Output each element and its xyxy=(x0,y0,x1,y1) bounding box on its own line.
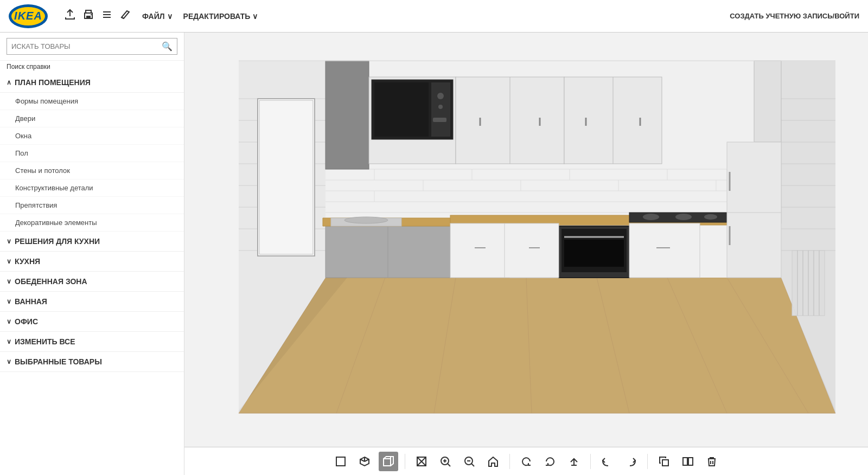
sidebar-item-obstacles[interactable]: Препятствия xyxy=(0,197,184,214)
zoom-fit-button[interactable] xyxy=(412,452,431,471)
section-kitchen-solutions-label: РЕШЕНИЯ ДЛЯ КУХНИ xyxy=(15,237,100,246)
section-kitchen[interactable]: ∨ КУХНЯ xyxy=(0,252,184,272)
svg-rect-123 xyxy=(683,458,687,465)
svg-point-87 xyxy=(643,214,659,220)
sidebar-item-walls[interactable]: Стены и потолок xyxy=(0,162,184,179)
3d-perspective-button[interactable] xyxy=(355,452,374,471)
header: IKEA xyxy=(0,0,868,33)
kitchen-3d-scene: Non xyxy=(184,33,868,447)
svg-rect-50 xyxy=(259,100,313,254)
svg-rect-55 xyxy=(431,82,450,137)
section-bathroom-label: ВАННАЯ xyxy=(15,297,47,306)
svg-rect-124 xyxy=(688,458,693,465)
section-dining-label: ОБЕДЕННАЯ ЗОНА xyxy=(15,277,87,286)
sidebar-item-decorative[interactable]: Декоративные элементы xyxy=(0,214,184,232)
menu-items: ФАЙЛ ∨ РЕДАКТИРОВАТЬ ∨ xyxy=(142,12,258,21)
section-plan-header[interactable]: ∧ ПЛАН ПОМЕЩЕНИЯ xyxy=(0,73,184,93)
svg-point-2 xyxy=(91,14,92,15)
search-input[interactable] xyxy=(11,42,162,50)
delete-button[interactable] xyxy=(702,452,722,471)
search-box[interactable]: 🔍 xyxy=(7,38,177,55)
help-link[interactable]: Поиск справки xyxy=(0,61,184,73)
separator-3 xyxy=(590,454,591,469)
section-change-all[interactable]: ∨ ИЗМЕНИТЬ ВСЕ xyxy=(0,332,184,352)
menu-edit[interactable]: РЕДАКТИРОВАТЬ ∨ xyxy=(183,12,258,21)
change-all-arrow-icon: ∨ xyxy=(7,338,11,345)
svg-line-107 xyxy=(360,459,365,461)
selected-arrow-icon: ∨ xyxy=(7,358,11,365)
svg-line-108 xyxy=(365,459,369,461)
section-selected[interactable]: ∨ ВЫБРАННЫЕ ТОВАРЫ xyxy=(0,352,184,372)
svg-line-120 xyxy=(471,464,474,466)
canvas-area[interactable]: Non xyxy=(184,33,868,447)
zoom-in-button[interactable] xyxy=(436,452,455,471)
separator-2 xyxy=(509,454,510,469)
reset-view-button[interactable] xyxy=(483,452,503,471)
svg-line-6 xyxy=(122,17,124,18)
sidebar-item-room-shapes[interactable]: Формы помещения xyxy=(0,93,184,110)
edit-icon[interactable] xyxy=(119,9,131,23)
unfold-button[interactable] xyxy=(678,452,698,471)
bathroom-arrow-icon: ∨ xyxy=(7,298,11,305)
rotate-right-button[interactable] xyxy=(621,452,641,471)
section-bathroom[interactable]: ∨ ВАННАЯ xyxy=(0,292,184,312)
bottom-toolbar xyxy=(184,447,868,475)
svg-rect-79 xyxy=(564,240,624,267)
ikea-logo-text: IKEA xyxy=(14,10,42,22)
account-button[interactable]: СОЗДАТЬ УЧЕТНУЮ ЗАПИСЬ/ВОЙТИ xyxy=(730,12,859,20)
office-arrow-icon: ∨ xyxy=(7,318,11,325)
redo-button[interactable] xyxy=(564,452,584,471)
section-plan: ∧ ПЛАН ПОМЕЩЕНИЯ Формы помещения Двери О… xyxy=(0,73,184,232)
svg-rect-109 xyxy=(384,459,391,466)
plan-collapse-icon: ∧ xyxy=(7,79,11,86)
svg-rect-1 xyxy=(86,16,91,18)
svg-rect-54 xyxy=(374,82,429,137)
section-kitchen-label: КУХНЯ xyxy=(15,257,40,266)
separator-1 xyxy=(405,454,405,469)
3d-box-button[interactable] xyxy=(379,452,398,471)
copy-button[interactable] xyxy=(654,452,674,471)
sidebar-item-doors[interactable]: Двери xyxy=(0,110,184,127)
print-icon[interactable] xyxy=(82,9,94,23)
undo-curve-button[interactable] xyxy=(540,452,560,471)
kitchen-arrow-icon: ∨ xyxy=(7,258,11,265)
svg-point-56 xyxy=(437,93,444,99)
svg-rect-122 xyxy=(662,460,668,466)
sidebar-item-structural[interactable]: Конструктивные детали xyxy=(0,179,184,197)
svg-point-57 xyxy=(438,105,443,109)
separator-4 xyxy=(647,454,648,469)
rotate-left-button[interactable] xyxy=(597,452,617,471)
svg-text:Non: Non xyxy=(191,215,219,232)
view-area: Non xyxy=(184,33,868,475)
sidebar-item-windows[interactable]: Окна xyxy=(0,127,184,145)
svg-rect-84 xyxy=(629,223,700,278)
dining-arrow-icon: ∨ xyxy=(7,278,11,285)
section-kitchen-solutions[interactable]: ∨ РЕШЕНИЯ ДЛЯ КУХНИ xyxy=(0,232,184,252)
search-icon: 🔍 xyxy=(162,41,173,52)
svg-point-73 xyxy=(344,217,388,223)
section-dining[interactable]: ∨ ОБЕДЕННАЯ ЗОНА xyxy=(0,272,184,292)
section-selected-label: ВЫБРАННЫЕ ТОВАРЫ xyxy=(15,357,102,366)
svg-rect-90 xyxy=(727,142,781,278)
menu-file[interactable]: ФАЙЛ ∨ xyxy=(142,12,173,21)
file-arrow-icon: ∨ xyxy=(167,12,173,21)
section-change-all-label: ИЗМЕНИТЬ ВСЕ xyxy=(15,337,75,346)
ikea-logo: IKEA xyxy=(9,4,48,28)
svg-rect-58 xyxy=(433,118,446,122)
svg-point-89 xyxy=(704,214,717,220)
svg-line-116 xyxy=(448,464,450,466)
svg-point-88 xyxy=(675,214,692,220)
sidebar-item-floor[interactable]: Пол xyxy=(0,145,184,162)
2d-view-button[interactable] xyxy=(331,452,350,471)
svg-rect-105 xyxy=(336,457,345,466)
sidebar: 🔍 Поиск справки ∧ ПЛАН ПОМЕЩЕНИЯ Формы п… xyxy=(0,33,184,475)
section-office[interactable]: ∨ ОФИС xyxy=(0,312,184,332)
search-area: 🔍 xyxy=(0,33,184,61)
section-office-label: ОФИС xyxy=(15,317,38,326)
list-icon[interactable] xyxy=(101,9,113,23)
svg-rect-51 xyxy=(326,61,369,169)
main-area: 🔍 Поиск справки ∧ ПЛАН ПОМЕЩЕНИЯ Формы п… xyxy=(0,33,868,475)
upload-icon[interactable] xyxy=(64,9,76,23)
zoom-out-button[interactable] xyxy=(459,452,479,471)
rotate-cw-button[interactable] xyxy=(516,452,536,471)
